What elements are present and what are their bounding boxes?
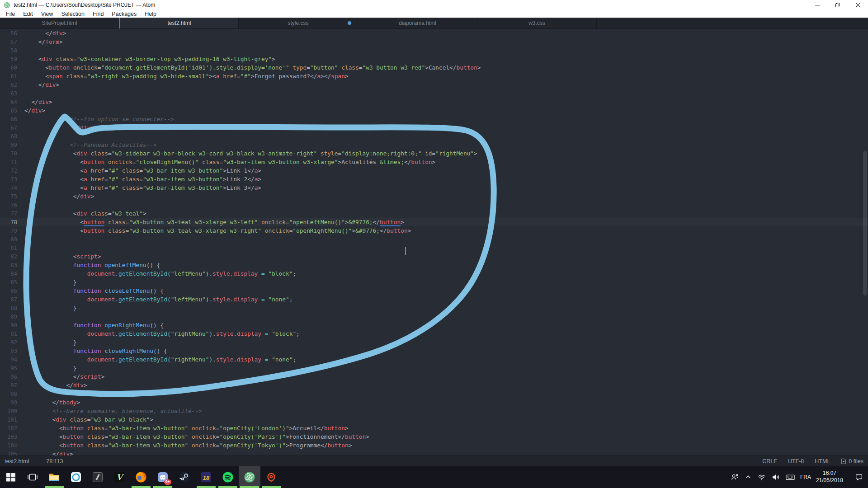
minimize-button[interactable] <box>807 0 827 10</box>
line-number[interactable]: 83 <box>0 261 24 270</box>
code-line-66[interactable]: 66 <!--fin option se connecter--> <box>0 115 868 123</box>
code-line-90[interactable]: 90 function openRightMenu() { <box>0 321 868 329</box>
line-number[interactable]: 99 <box>0 399 24 407</box>
line-number[interactable]: 73 <box>0 175 24 184</box>
line-number[interactable]: 58 <box>0 47 24 55</box>
status-encoding[interactable]: UTF-8 <box>788 458 804 465</box>
line-number[interactable]: 94 <box>0 356 24 364</box>
tab-diaporama-html[interactable]: diaporama.html <box>358 18 477 28</box>
tab-style-css[interactable]: style.css <box>239 18 358 28</box>
line-number[interactable]: 80 <box>0 235 24 244</box>
code-line-103[interactable]: 103 <button class="w3-bar-item w3-button… <box>0 432 868 441</box>
code-line-64[interactable]: 64 </div> <box>0 98 868 106</box>
code-line-56[interactable]: 56 </div> <box>0 29 868 38</box>
code-line-72[interactable]: 72 <a href="#" class="w3-bar-item w3-but… <box>0 166 868 175</box>
menu-help[interactable]: Help <box>141 11 160 17</box>
line-number[interactable]: 96 <box>0 373 24 381</box>
menu-find[interactable]: Find <box>89 11 108 17</box>
scrollbar-thumb[interactable] <box>863 151 867 296</box>
code-line-71[interactable]: 71 <button onclick="closeRightMenu()" cl… <box>0 158 868 166</box>
line-number[interactable]: 75 <box>0 192 24 201</box>
taskbar-spotify-icon[interactable] <box>217 466 239 488</box>
action-center-icon[interactable] <box>854 473 863 482</box>
line-number[interactable]: 98 <box>0 390 24 399</box>
code-line-57[interactable]: 57 </form> <box>0 38 868 46</box>
code-line-74[interactable]: 74 <a href="#" class="w3-bar-item w3-but… <box>0 183 868 192</box>
code-line-76[interactable]: 76 <box>0 201 868 209</box>
line-number[interactable]: 67 <box>0 124 24 132</box>
line-number[interactable]: 71 <box>0 158 24 167</box>
line-number[interactable]: 66 <box>0 115 24 124</box>
line-number[interactable]: 89 <box>0 313 24 321</box>
code-line-78[interactable]: 78 <button class="w3-button w3-teal w3-x… <box>0 218 868 226</box>
line-number[interactable]: 95 <box>0 364 24 373</box>
code-line-87[interactable]: 87 document.getElementById("leftMenu").s… <box>0 295 868 304</box>
line-number[interactable]: 62 <box>0 81 24 89</box>
line-number[interactable]: 81 <box>0 244 24 253</box>
line-number[interactable]: 59 <box>0 55 24 64</box>
line-number[interactable]: 101 <box>0 416 24 424</box>
line-number[interactable]: 87 <box>0 296 24 304</box>
modified-indicator-dot[interactable] <box>348 21 351 25</box>
people-icon[interactable] <box>730 473 739 482</box>
line-number[interactable]: 103 <box>0 433 24 441</box>
line-number[interactable]: 65 <box>0 107 24 115</box>
code-line-83[interactable]: 83 function openLeftMenu() { <box>0 261 868 269</box>
code-line-62[interactable]: 62 </div> <box>0 80 868 89</box>
taskbar-uplay-icon[interactable] <box>65 466 87 488</box>
line-number[interactable]: 72 <box>0 167 24 175</box>
code-line-67[interactable]: 67 </div> <box>0 123 868 132</box>
restore-button[interactable] <box>827 0 848 10</box>
code-line-73[interactable]: 73 <a href="#" class="w3-bar-item w3-but… <box>0 175 868 183</box>
code-line-61[interactable]: 61 <span class="w3-right w3-padding w3-h… <box>0 72 868 80</box>
clock[interactable]: 16:07 21/05/2018 <box>816 470 843 484</box>
code-line-81[interactable]: 81 <box>0 244 868 252</box>
line-number[interactable]: 56 <box>0 29 24 38</box>
code-line-97[interactable]: 97 </div> <box>0 381 868 389</box>
line-number[interactable]: 85 <box>0 278 24 287</box>
line-number[interactable]: 97 <box>0 381 24 390</box>
line-number[interactable]: 57 <box>0 38 24 47</box>
code-line-102[interactable]: 102 <button class="w3-bar-item w3-button… <box>0 424 868 432</box>
code-line-79[interactable]: 79 <button class="w3-button w3-teal w3-x… <box>0 226 868 235</box>
taskbar-rockstar-icon[interactable] <box>87 466 108 488</box>
taskbar-task-view-button[interactable] <box>22 466 43 488</box>
line-number[interactable]: 90 <box>0 321 24 330</box>
taskbar-file-explorer-icon[interactable] <box>43 466 65 488</box>
code-line-63[interactable]: 63 <box>0 89 868 98</box>
line-number[interactable]: 74 <box>0 184 24 192</box>
line-number[interactable]: 93 <box>0 347 24 356</box>
volume-icon[interactable] <box>771 473 780 482</box>
code-line-70[interactable]: 70 <div class="w3-sidebar w3-bar-block w… <box>0 149 868 158</box>
line-number[interactable]: 82 <box>0 253 24 261</box>
line-number[interactable]: 69 <box>0 141 24 150</box>
code-line-96[interactable]: 96 </script> <box>0 372 868 381</box>
code-line-95[interactable]: 95 } <box>0 364 868 372</box>
status-filename[interactable]: test2.html <box>5 458 29 465</box>
tab-siteprojet-html[interactable]: SiteProjet.html <box>0 18 119 28</box>
taskbar-gta-v-icon[interactable]: V <box>108 466 130 488</box>
taskbar-f1-2018-icon[interactable]: 18 <box>195 466 217 488</box>
line-number[interactable]: 84 <box>0 270 24 278</box>
close-button[interactable] <box>848 0 868 10</box>
hidden-icons-chevron[interactable] <box>744 473 752 481</box>
code-line-60[interactable]: 60 <button onclick="document.getElementB… <box>0 63 868 72</box>
line-number[interactable]: 104 <box>0 441 24 450</box>
status-line-ending[interactable]: CRLF <box>762 458 777 465</box>
menu-packages[interactable]: Packages <box>108 11 141 17</box>
line-number[interactable]: 70 <box>0 150 24 158</box>
line-number[interactable]: 63 <box>0 89 24 98</box>
wifi-icon[interactable] <box>757 473 766 482</box>
code-line-84[interactable]: 84 document.getElementById("leftMenu").s… <box>0 269 868 278</box>
line-number[interactable]: 86 <box>0 287 24 296</box>
code-line-91[interactable]: 91 document.getElementById("rightMenu").… <box>0 329 868 338</box>
taskbar-atom-icon[interactable] <box>239 466 260 488</box>
code-line-94[interactable]: 94 document.getElementById("rightMenu").… <box>0 355 868 364</box>
line-number[interactable]: 60 <box>0 64 24 72</box>
line-number[interactable]: 68 <box>0 132 24 141</box>
code-line-105[interactable]: 105 </div> <box>0 450 868 455</box>
code-line-85[interactable]: 85 } <box>0 278 868 286</box>
line-number[interactable]: 102 <box>0 424 24 433</box>
code-line-89[interactable]: 89 <box>0 312 868 321</box>
status-grammar[interactable]: HTML <box>815 458 830 465</box>
